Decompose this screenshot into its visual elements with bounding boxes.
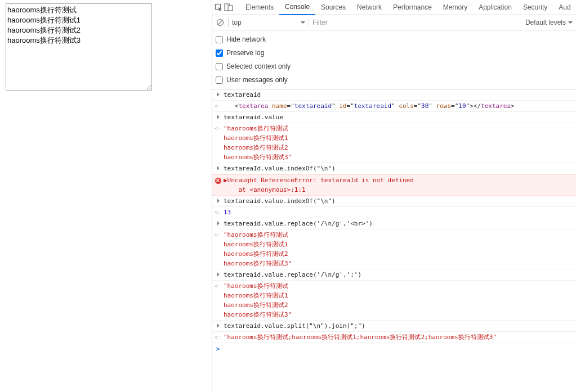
gutter-icon: [212, 196, 224, 206]
context-select-label: top: [232, 19, 242, 26]
chevron-down-icon: [568, 21, 573, 24]
tab-performance[interactable]: Performance: [387, 0, 437, 15]
gutter-icon: <·: [212, 230, 224, 240]
console-row: textareaid.value.split("\n").join(";"): [212, 321, 576, 332]
console-log-area[interactable]: textareaid<· <textarea name="textareaid"…: [212, 89, 576, 392]
console-row: textareaid.value.indexOf("\n"): [212, 196, 576, 207]
tab-aud[interactable]: Aud: [553, 0, 576, 15]
gutter-icon: [212, 270, 224, 280]
gutter-icon: [212, 219, 224, 228]
log-levels-label: Default levels: [525, 19, 566, 26]
log-content: textareaid: [224, 90, 576, 100]
tab-console[interactable]: Console: [279, 0, 315, 15]
selected-context-checkbox[interactable]: [216, 63, 223, 70]
log-content: textareaid.value.replace('/\n/g',';'): [224, 270, 576, 280]
log-content: "haorooms换行符测试;haorooms换行符测试1;haorooms换行…: [224, 332, 576, 342]
console-row: <·"haorooms换行符测试 haorooms换行符测试1 haorooms…: [212, 229, 576, 269]
tab-memory[interactable]: Memory: [437, 0, 473, 15]
log-content: "haorooms换行符测试 haorooms换行符测试1 haorooms换行…: [224, 230, 576, 268]
svg-rect-2: [228, 6, 233, 11]
gutter-icon: [212, 112, 224, 122]
log-content: ▶Uncaught ReferenceError: textareaId is …: [224, 175, 576, 195]
clear-console-icon[interactable]: [216, 18, 225, 27]
console-row: textareaId.value.indexOf("\n"): [212, 163, 576, 174]
gutter-icon: <·: [212, 208, 224, 217]
console-prompt[interactable]: >: [212, 343, 576, 355]
console-row: <·"haorooms换行符测试;haorooms换行符测试1;haorooms…: [212, 332, 576, 343]
devtools-panel: ElementsConsoleSourcesNetworkPerformance…: [212, 0, 576, 392]
log-content: "haorooms换行符测试 haorooms换行符测试1 haorooms换行…: [224, 281, 576, 319]
devtools-tabbar: ElementsConsoleSourcesNetworkPerformance…: [212, 0, 576, 15]
preserve-log-checkbox[interactable]: [216, 49, 223, 57]
console-row: <·"haorooms换行符测试 haorooms换行符测试1 haorooms…: [212, 281, 576, 321]
tab-network[interactable]: Network: [351, 0, 387, 15]
log-content: <textarea name="textareaid" id="textarea…: [224, 101, 576, 111]
tab-elements[interactable]: Elements: [240, 0, 279, 15]
svg-line-4: [218, 20, 222, 25]
console-row: textareaid.value: [212, 112, 576, 123]
console-row: textareaid.value.replace('/\n/g','<br>'): [212, 218, 576, 229]
gutter-icon: <·: [212, 101, 224, 111]
console-row: <·"haorooms换行符测试 haorooms换行符测试1 haorooms…: [212, 123, 576, 163]
log-content: textareaid.value.replace('/\n/g','<br>'): [224, 219, 576, 228]
log-levels-select[interactable]: Default levels: [525, 19, 573, 26]
log-content: textareaid.value: [224, 112, 576, 122]
log-content: textareaid.value.indexOf("\n"): [224, 196, 576, 206]
console-options: Hide network Preserve log Selected conte…: [212, 30, 576, 89]
console-row: ✕▶Uncaught ReferenceError: textareaId is…: [212, 174, 576, 196]
tab-application[interactable]: Application: [473, 0, 517, 15]
chevron-down-icon: [301, 21, 305, 24]
tab-sources[interactable]: Sources: [315, 0, 351, 15]
user-messages-checkbox[interactable]: [216, 76, 223, 84]
prompt-icon: >: [212, 344, 224, 354]
log-content: 13: [224, 208, 576, 217]
log-content: textareaid.value.split("\n").join(";"): [224, 321, 576, 331]
inspect-icon[interactable]: [215, 1, 223, 13]
console-filterbar: top Default levels: [212, 15, 576, 30]
hide-network-checkbox[interactable]: [216, 36, 223, 43]
tab-security[interactable]: Security: [517, 0, 553, 15]
selected-context-label[interactable]: Selected context only: [226, 62, 291, 70]
gutter-icon: <·: [212, 124, 224, 133]
separator: [228, 18, 229, 27]
device-toggle-icon[interactable]: [224, 1, 233, 13]
console-filter-input[interactable]: [312, 19, 481, 26]
gutter-icon: [212, 90, 224, 100]
console-row: textareaid: [212, 89, 576, 101]
console-row: <· <textarea name="textareaid" id="texta…: [212, 101, 576, 112]
log-content: "haorooms换行符测试 haorooms换行符测试1 haorooms换行…: [224, 124, 576, 162]
gutter-icon: [212, 164, 224, 173]
separator: [309, 18, 309, 27]
gutter-icon: [212, 321, 224, 331]
hide-network-label[interactable]: Hide network: [226, 35, 266, 43]
gutter-icon: <·: [212, 332, 224, 342]
log-content: textareaId.value.indexOf("\n"): [224, 164, 576, 173]
gutter-icon: ✕: [212, 175, 224, 185]
console-row: <·13: [212, 207, 576, 218]
console-row: textareaid.value.replace('/\n/g',';'): [212, 269, 576, 281]
page-textarea[interactable]: [6, 3, 152, 91]
execution-context-select[interactable]: top: [232, 19, 305, 26]
user-messages-label[interactable]: User messages only: [226, 76, 288, 84]
preserve-log-label[interactable]: Preserve log: [226, 49, 264, 57]
gutter-icon: <·: [212, 281, 224, 291]
